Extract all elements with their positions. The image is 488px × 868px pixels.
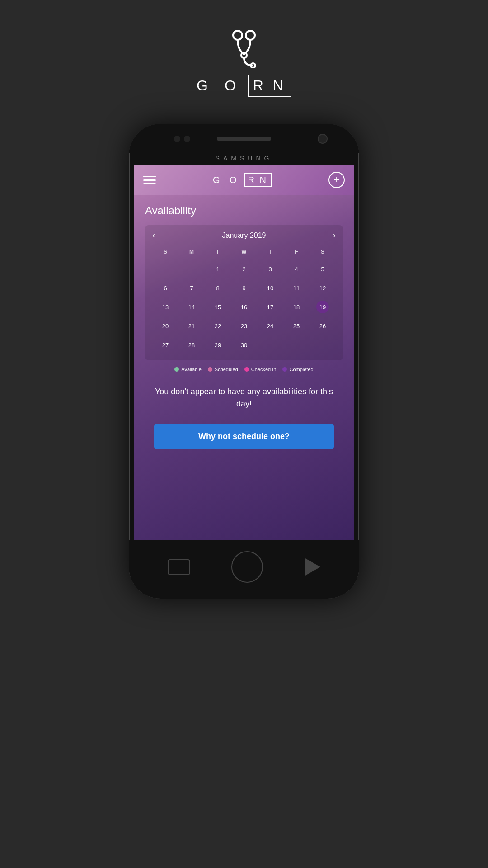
cal-day-empty-4 (283, 336, 310, 354)
cal-day-7[interactable]: 7 (178, 279, 205, 297)
cal-day-empty-3 (257, 336, 283, 354)
cal-day-6[interactable]: 6 (152, 279, 178, 297)
cal-day-26[interactable]: 26 (310, 317, 336, 335)
calendar-week-3: 13 14 15 16 17 18 19 (152, 298, 336, 316)
day-header-mon: M (178, 246, 205, 257)
app-content: Availability ‹ January 2019 › S M T W T … (134, 195, 354, 458)
legend-label-checkedin: Checked In (251, 367, 277, 372)
header-brand-plain: G O (213, 175, 240, 185)
top-brand-name: G O R N (197, 75, 291, 97)
stethoscope-icon (221, 23, 267, 68)
calendar: ‹ January 2019 › S M T W T F S (145, 225, 343, 360)
cal-day-25[interactable]: 25 (283, 317, 310, 335)
legend-available: Available (174, 367, 201, 372)
hamburger-line-2 (143, 179, 156, 181)
calendar-header: ‹ January 2019 › (152, 231, 336, 240)
menu-button[interactable] (143, 176, 156, 184)
cal-day-9[interactable]: 9 (231, 279, 257, 297)
prev-month-button[interactable]: ‹ (152, 231, 155, 240)
header-brand-boxed: R N (244, 173, 272, 187)
brand-plain-top: G O (197, 77, 242, 94)
svg-point-1 (246, 31, 255, 40)
legend-label-available: Available (181, 367, 201, 372)
next-month-button[interactable]: › (333, 231, 336, 240)
phone-speaker (217, 137, 271, 141)
header-brand: G O R N (213, 173, 272, 187)
day-header-thu: T (257, 246, 283, 257)
samsung-label: SAMSUNG (129, 155, 359, 162)
cal-day-empty-2 (178, 260, 205, 278)
add-button[interactable]: + (328, 172, 345, 188)
cal-day-29[interactable]: 29 (205, 336, 231, 354)
no-availability-message: You don't appear to have any availabilit… (145, 386, 343, 410)
cal-day-19-selected[interactable]: 19 (310, 298, 336, 316)
calendar-week-1: 1 2 3 4 5 (152, 260, 336, 278)
nav-home-button[interactable] (231, 551, 263, 583)
legend-label-completed: Completed (289, 367, 313, 372)
cal-day-18[interactable]: 18 (283, 298, 310, 316)
legend-dot-available (174, 367, 179, 372)
cal-day-30[interactable]: 30 (231, 336, 257, 354)
phone-top-bar (129, 124, 359, 153)
day-header-sun: S (152, 246, 178, 257)
top-logo-section: G O R N (197, 23, 291, 97)
nav-recents-button[interactable] (168, 559, 190, 575)
cal-day-23[interactable]: 23 (231, 317, 257, 335)
cal-day-12[interactable]: 12 (310, 279, 336, 297)
day-header-fri: F (283, 246, 310, 257)
calendar-month-label: January 2019 (222, 231, 266, 240)
cal-day-22[interactable]: 22 (205, 317, 231, 335)
phone-sensors (174, 136, 190, 142)
app-header: G O R N + (134, 165, 354, 195)
cal-day-13[interactable]: 13 (152, 298, 178, 316)
cal-day-4[interactable]: 4 (283, 260, 310, 278)
legend-checkedin: Checked In (244, 367, 277, 372)
legend-dot-checkedin (244, 367, 249, 372)
calendar-week-4: 20 21 22 23 24 25 26 (152, 317, 336, 335)
phone-camera (318, 134, 328, 144)
calendar-week-5: 27 28 29 30 (152, 336, 336, 354)
calendar-week-2: 6 7 8 9 10 11 12 (152, 279, 336, 297)
selected-date-circle: 19 (316, 301, 329, 313)
legend-scheduled: Scheduled (208, 367, 238, 372)
cal-day-15[interactable]: 15 (205, 298, 231, 316)
cal-day-8[interactable]: 8 (205, 279, 231, 297)
calendar-days-header: S M T W T F S (152, 246, 336, 259)
cal-day-27[interactable]: 27 (152, 336, 178, 354)
cal-day-10[interactable]: 10 (257, 279, 283, 297)
legend-dot-completed (282, 367, 287, 372)
nav-back-button[interactable] (305, 558, 320, 576)
legend-dot-scheduled (208, 367, 212, 372)
cal-day-5[interactable]: 5 (310, 260, 336, 278)
cal-day-24[interactable]: 24 (257, 317, 283, 335)
cal-day-3[interactable]: 3 (257, 260, 283, 278)
legend-completed: Completed (282, 367, 313, 372)
cal-day-21[interactable]: 21 (178, 317, 205, 335)
cal-day-1[interactable]: 1 (205, 260, 231, 278)
brand-boxed-top: R N (248, 75, 291, 97)
cal-day-empty-1 (152, 260, 178, 278)
cal-day-28[interactable]: 28 (178, 336, 205, 354)
calendar-legend: Available Scheduled Checked In Completed (145, 367, 343, 372)
cal-day-14[interactable]: 14 (178, 298, 205, 316)
phone-bottom-bar (129, 540, 359, 599)
day-header-tue: T (205, 246, 231, 257)
add-icon: + (334, 174, 340, 186)
cal-day-17[interactable]: 17 (257, 298, 283, 316)
cal-day-16[interactable]: 16 (231, 298, 257, 316)
svg-point-0 (233, 31, 242, 40)
cal-day-20[interactable]: 20 (152, 317, 178, 335)
page-title: Availability (145, 204, 343, 217)
day-header-sat: S (310, 246, 336, 257)
cal-day-empty-5 (310, 336, 336, 354)
sensor-2 (184, 136, 190, 142)
legend-label-scheduled: Scheduled (215, 367, 238, 372)
phone-screen: G O R N + Availability ‹ January 2019 › … (134, 165, 354, 540)
hamburger-line-3 (143, 183, 156, 184)
sensor-1 (174, 136, 180, 142)
hamburger-line-1 (143, 176, 156, 177)
cal-day-11[interactable]: 11 (283, 279, 310, 297)
phone-shell: SAMSUNG G O R N + Availability (129, 124, 359, 599)
cal-day-2[interactable]: 2 (231, 260, 257, 278)
schedule-button[interactable]: Why not schedule one? (154, 424, 334, 449)
